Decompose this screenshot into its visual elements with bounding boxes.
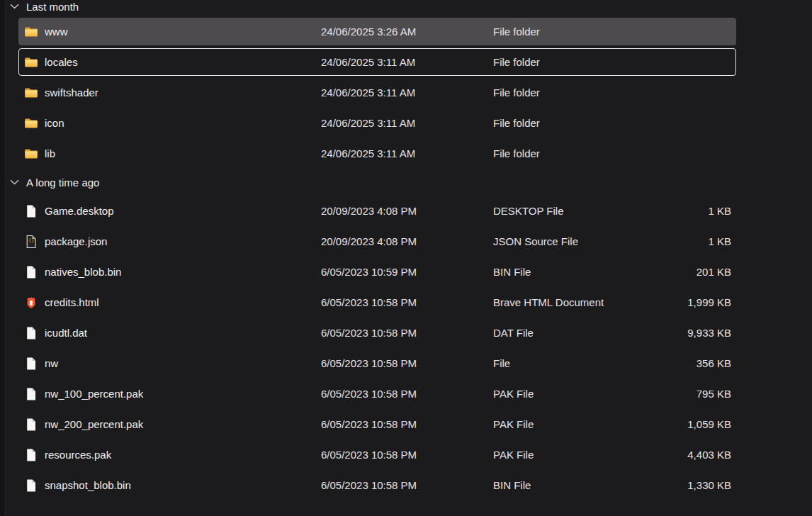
file-name: resources.pak xyxy=(38,449,321,461)
file-name: www xyxy=(38,26,321,38)
file-size: 9,933 KB xyxy=(635,327,735,339)
file-icon xyxy=(24,357,38,371)
file-name: nw_200_percent.pak xyxy=(38,418,321,430)
file-type: BIN File xyxy=(493,479,635,491)
file-type: PAK File xyxy=(493,388,635,400)
svg-text:{}: {} xyxy=(28,237,34,242)
file-name: icon xyxy=(38,117,321,129)
file-list: Last month www 24/06/2025 3:26 AM File f… xyxy=(0,0,812,502)
file-row[interactable]: nw_100_percent.pak 6/05/2023 10:58 PM PA… xyxy=(18,380,736,408)
date-modified: 24/06/2025 3:11 AM xyxy=(321,56,493,68)
date-modified: 6/05/2023 10:59 PM xyxy=(321,266,493,278)
file-type: PAK File xyxy=(493,449,635,461)
file-row[interactable]: swiftshader 24/06/2025 3:11 AM File fold… xyxy=(18,79,736,106)
file-group: A long time ago Game.desktop 20/09/2023 … xyxy=(0,174,812,499)
chevron-down-icon xyxy=(10,4,19,9)
chevron-down-icon xyxy=(10,179,19,185)
date-modified: 6/05/2023 10:58 PM xyxy=(321,388,493,400)
file-size: 1 KB xyxy=(635,235,735,247)
date-modified: 20/09/2023 4:08 PM xyxy=(321,205,493,217)
group-label: Last month xyxy=(26,1,79,13)
file-type: DAT File xyxy=(493,327,635,339)
date-modified: 6/05/2023 10:58 PM xyxy=(321,418,493,430)
file-type: File folder xyxy=(493,26,635,38)
date-modified: 6/05/2023 10:58 PM xyxy=(321,357,493,369)
file-name: Game.desktop xyxy=(38,205,321,217)
file-row[interactable]: credits.html 6/05/2023 10:58 PM Brave HT… xyxy=(18,288,736,316)
file-name: nw_100_percent.pak xyxy=(38,388,321,400)
file-name: natives_blob.bin xyxy=(38,266,321,278)
file-row[interactable]: nw 6/05/2023 10:58 PM File 356 KB xyxy=(18,349,736,377)
file-row[interactable]: natives_blob.bin 6/05/2023 10:59 PM BIN … xyxy=(18,258,736,286)
file-icon xyxy=(24,387,38,401)
file-row[interactable]: locales 24/06/2025 3:11 AM File folder xyxy=(18,48,736,76)
folder-icon xyxy=(24,25,38,39)
file-row[interactable]: {} package.json 20/09/2023 4:08 PM JSON … xyxy=(18,228,736,255)
json-file-icon: {} xyxy=(24,235,38,249)
file-type: JSON Source File xyxy=(493,235,635,247)
file-row[interactable]: www 24/06/2025 3:26 AM File folder xyxy=(18,18,736,45)
file-size: 1,059 KB xyxy=(635,418,735,430)
date-modified: 24/06/2025 3:11 AM xyxy=(321,117,493,129)
file-name: package.json xyxy=(38,235,321,247)
file-row[interactable]: Game.desktop 20/09/2023 4:08 PM DESKTOP … xyxy=(18,197,736,225)
group-header[interactable]: A long time ago xyxy=(0,174,812,190)
file-row[interactable]: icon 24/06/2025 3:11 AM File folder xyxy=(18,109,736,137)
date-modified: 6/05/2023 10:58 PM xyxy=(321,327,493,339)
file-name: snapshot_blob.bin xyxy=(38,479,321,491)
file-icon xyxy=(24,448,38,462)
folder-icon xyxy=(24,86,38,100)
file-size: 201 KB xyxy=(635,266,735,278)
date-modified: 24/06/2025 3:11 AM xyxy=(321,86,493,99)
file-type: Brave HTML Document xyxy=(493,296,635,308)
file-size: 4,403 KB xyxy=(635,449,735,461)
file-type: File folder xyxy=(493,56,635,68)
folder-icon xyxy=(24,116,38,130)
file-name: credits.html xyxy=(38,296,321,308)
date-modified: 24/06/2025 3:11 AM xyxy=(321,147,493,159)
folder-icon xyxy=(24,55,38,69)
date-modified: 6/05/2023 10:58 PM xyxy=(321,296,493,308)
file-icon xyxy=(24,326,38,340)
group-header[interactable]: Last month xyxy=(0,0,812,13)
file-type: File folder xyxy=(493,147,635,159)
file-name: nw xyxy=(38,357,321,369)
date-modified: 24/06/2025 3:26 AM xyxy=(321,26,493,38)
file-name: lib xyxy=(38,147,321,159)
group-rows: Game.desktop 20/09/2023 4:08 PM DESKTOP … xyxy=(0,197,812,499)
file-name: swiftshader xyxy=(38,86,321,99)
file-size: 795 KB xyxy=(635,388,735,400)
file-name: locales xyxy=(38,56,321,68)
file-group: Last month www 24/06/2025 3:26 AM File f… xyxy=(0,0,812,167)
file-icon xyxy=(24,204,38,218)
file-type: BIN File xyxy=(493,266,635,278)
file-type: DESKTOP File xyxy=(493,205,635,217)
date-modified: 6/05/2023 10:58 PM xyxy=(321,479,493,491)
file-type: File xyxy=(493,357,635,369)
file-row[interactable]: lib 24/06/2025 3:11 AM File folder xyxy=(18,140,736,167)
file-type: File folder xyxy=(493,86,635,99)
file-icon xyxy=(24,265,38,279)
file-row[interactable]: snapshot_blob.bin 6/05/2023 10:58 PM BIN… xyxy=(18,471,736,499)
file-type: PAK File xyxy=(493,418,635,430)
file-icon xyxy=(24,478,38,493)
date-modified: 6/05/2023 10:58 PM xyxy=(321,449,493,461)
file-row[interactable]: nw_200_percent.pak 6/05/2023 10:58 PM PA… xyxy=(18,410,736,438)
file-row[interactable]: icudtl.dat 6/05/2023 10:58 PM DAT File 9… xyxy=(18,319,736,347)
file-icon xyxy=(24,417,38,432)
file-size: 1,999 KB xyxy=(635,296,735,308)
file-size: 1 KB xyxy=(635,205,735,217)
file-size: 1,330 KB xyxy=(635,479,735,491)
group-label: A long time ago xyxy=(26,176,99,189)
file-name: icudtl.dat xyxy=(38,327,321,339)
date-modified: 20/09/2023 4:08 PM xyxy=(321,235,493,247)
file-row[interactable]: resources.pak 6/05/2023 10:58 PM PAK Fil… xyxy=(18,441,736,469)
group-rows: www 24/06/2025 3:26 AM File folder local… xyxy=(0,18,812,167)
folder-icon xyxy=(24,147,38,161)
brave-icon xyxy=(24,296,38,310)
file-type: File folder xyxy=(493,117,635,129)
file-size: 356 KB xyxy=(635,357,735,369)
